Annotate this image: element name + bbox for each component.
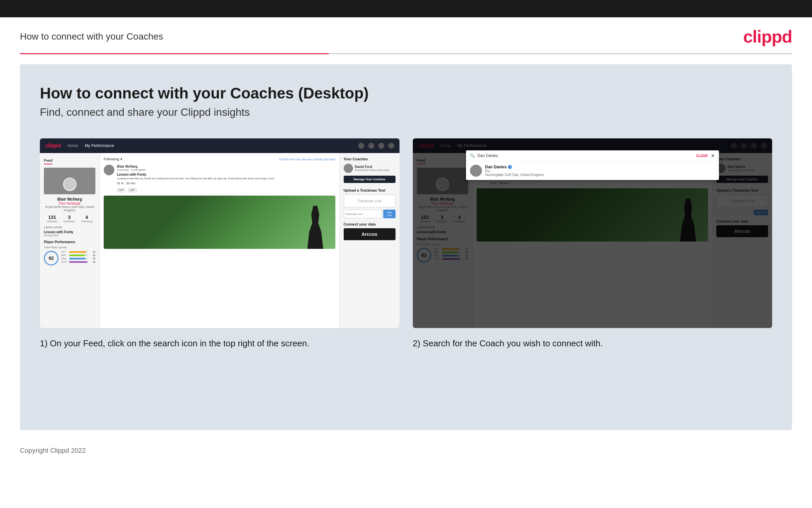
quality-circle: 92	[44, 251, 58, 265]
profile-image-area	[44, 168, 95, 194]
post-duration: 01 hr : 30 min	[117, 182, 335, 185]
stats-row: 131 Activities 3 Followers 4 Following	[44, 215, 95, 223]
profile-icon[interactable]	[368, 143, 374, 149]
search-dropdown: 🔍 Dan Davies CLEAR ✕ Dan Davies Pro	[466, 151, 719, 180]
golfer-silhouette	[305, 206, 325, 249]
off-btn[interactable]: OFF	[117, 188, 126, 192]
post-text: Looking to feel like my hands are exitin…	[117, 177, 335, 180]
main-heading: How to connect with your Coaches (Deskto…	[40, 84, 772, 102]
search-icon[interactable]	[358, 143, 364, 149]
trackman-input-row: Add Link	[344, 210, 395, 218]
app-nav-logo: clippd	[45, 143, 61, 149]
perf-subtitle: Total Player Quality	[44, 246, 95, 249]
bar-putt: PUTT 96	[61, 261, 95, 263]
app-body: Feed Blair McHarg Plus Handicap Royal No…	[40, 153, 399, 328]
bar-arg: ARG 86	[61, 257, 95, 260]
connect-data-title: Connect your data	[344, 222, 395, 226]
post-image	[104, 196, 335, 249]
app-nav-bar: clippd Home My Performance	[40, 138, 399, 153]
activity-name: Lesson with Fordy	[44, 230, 95, 234]
profile-name: Blair McHarg	[44, 197, 95, 202]
settings-icon[interactable]	[378, 143, 384, 149]
followers-stat: 3 Followers	[63, 215, 75, 223]
bars-area: OTT 90 APP 85	[61, 251, 95, 264]
top-bar	[0, 0, 812, 17]
left-panel: clippd Home My Performance	[40, 138, 399, 349]
app-btn[interactable]: APP	[128, 188, 137, 192]
nav-icons	[358, 143, 394, 149]
main-content: How to connect with your Coaches (Deskto…	[20, 64, 792, 430]
search-result-role: Pro	[485, 169, 544, 173]
profile-handicap: Plus Handicap	[44, 202, 95, 205]
manage-coaches-button[interactable]: Manage Your Coaches	[344, 176, 395, 183]
trackman-link-placeholder: Trackman Link	[344, 194, 395, 208]
profile-club: Royal North Devon Golf Club, United King…	[44, 205, 95, 212]
latest-activity-label: Latest Activity	[44, 225, 95, 229]
bar-app: APP 85	[61, 254, 95, 256]
app-right-column: Your Coaches David Ford Royal North Devo…	[340, 153, 399, 328]
followers-label: Followers	[63, 220, 75, 223]
nav-my-performance[interactable]: My Performance	[85, 143, 114, 148]
app-middle-column: Following ▾ Control who can see your act…	[100, 153, 340, 328]
post-item: Blair McHarg Yesterday · Sunningdale Les…	[104, 165, 335, 192]
main-subheading: Find, connect and share your Clippd insi…	[40, 106, 772, 119]
nav-home[interactable]: Home	[67, 143, 78, 148]
add-link-button[interactable]: Add Link	[383, 210, 395, 218]
search-result-name: Dan Davies	[485, 165, 507, 169]
following-label: Following	[81, 220, 92, 223]
post-meta: Yesterday · Sunningdale	[117, 168, 335, 171]
following-stat: 4 Following	[81, 215, 92, 223]
coach-info: David Ford Royal North Devon Golf Club	[355, 165, 389, 172]
app-left-column: Feed Blair McHarg Plus Handicap Royal No…	[40, 153, 100, 328]
page-title: How to connect with your Coaches	[20, 31, 163, 42]
search-result-name-row: Dan Davies	[485, 165, 544, 169]
trackman-field-input[interactable]	[344, 210, 382, 218]
followers-value: 3	[63, 215, 75, 220]
coach-item: David Ford Royal North Devon Golf Club	[344, 164, 395, 173]
following-value: 4	[81, 215, 92, 220]
user-icon[interactable]	[388, 143, 394, 149]
search-result-info: Dan Davies Pro Sunningdale Golf Club, Un…	[485, 165, 544, 177]
following-label: Following ▾ Control who can see your act…	[104, 157, 335, 161]
arccos-brand: Arccos	[344, 228, 395, 240]
header: How to connect with your Coaches clippd	[0, 17, 812, 53]
right-caption: 2) Search for the Coach you wish to conn…	[413, 337, 772, 349]
post-content: Blair McHarg Yesterday · Sunningdale Les…	[117, 165, 335, 192]
performance-section: Player Performance Total Player Quality …	[44, 240, 95, 264]
post-buttons: OFF APP	[117, 186, 335, 192]
activities-label: Activities	[47, 220, 57, 223]
copyright-text: Copyright Clippd 2022	[20, 447, 86, 454]
right-panel: clippd Home My Performance Feed	[413, 138, 772, 349]
search-bar: 🔍 Dan Davies CLEAR ✕	[466, 151, 719, 161]
post-avatar	[104, 165, 114, 175]
left-caption: 1) On your Feed, click on the search ico…	[40, 337, 399, 349]
coach-club: Royal North Devon Golf Club	[355, 169, 389, 172]
search-result-club: Sunningdale Golf Club, United Kingdom	[485, 173, 544, 177]
activity-date: 03 Aug 2022	[44, 234, 95, 237]
bar-ott: OTT 90	[61, 251, 95, 253]
left-screenshot-frame: clippd Home My Performance	[40, 138, 399, 328]
trackman-section: Upload a Trackman Test Trackman Link Add…	[344, 188, 395, 218]
search-result-avatar	[470, 165, 482, 177]
search-magnifier-icon: 🔍	[470, 153, 475, 158]
clippd-logo: clippd	[743, 27, 792, 47]
post-title: Lesson with Fordy	[117, 173, 335, 176]
post-author: Blair McHarg	[117, 165, 335, 168]
screenshots-row: clippd Home My Performance	[40, 138, 772, 349]
search-query-text[interactable]: Dan Davies	[478, 153, 696, 158]
search-clear-button[interactable]: CLEAR	[696, 154, 708, 158]
coaches-title: Your Coaches	[344, 157, 395, 161]
right-screenshot-frame: clippd Home My Performance Feed	[413, 138, 772, 328]
header-divider	[20, 53, 792, 54]
feed-tab[interactable]: Feed	[44, 158, 52, 164]
search-result-item[interactable]: Dan Davies Pro Sunningdale Golf Club, Un…	[466, 161, 719, 180]
trackman-title: Upload a Trackman Test	[344, 188, 395, 192]
control-link[interactable]: Control who can see your activity and da…	[279, 158, 335, 161]
verified-badge-icon	[508, 165, 512, 169]
search-close-button[interactable]: ✕	[711, 153, 715, 158]
coach-name: David Ford	[355, 165, 389, 169]
coach-avatar	[344, 164, 353, 173]
activities-stat: 131 Activities	[47, 215, 57, 223]
activities-value: 131	[47, 215, 57, 220]
perf-title: Player Performance	[44, 240, 95, 244]
